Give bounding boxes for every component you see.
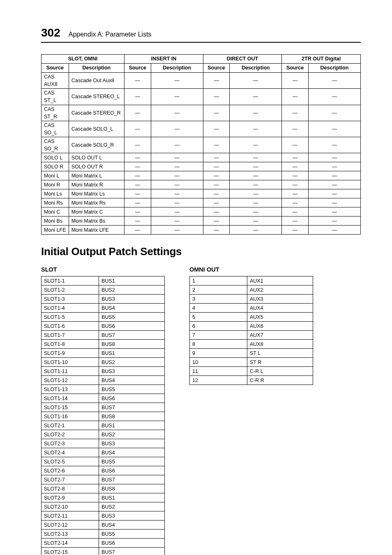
col-source: Source: [125, 64, 151, 73]
cell-value: BUS3: [99, 367, 165, 376]
cell-value: BUS7: [99, 475, 165, 484]
cell-value: BUS1: [99, 493, 165, 502]
cell-key: SLOT1-1: [42, 276, 99, 286]
cell-source: CAS AUX8: [42, 73, 69, 89]
cell-dash: —: [230, 198, 282, 207]
cell-source: SOLO R: [42, 162, 69, 171]
cell-description: Moni Matrix C: [69, 207, 124, 216]
cell-dash: —: [151, 189, 203, 198]
cell-key: 11: [190, 367, 247, 376]
cell-value: AUX5: [247, 313, 313, 322]
cell-value: BUS8: [99, 340, 165, 349]
cell-key: SLOT1-8: [42, 340, 99, 349]
cell-source: Moni Rs: [42, 198, 69, 207]
cell-value: AUX6: [247, 322, 313, 331]
cell-key: SLOT2-10: [42, 502, 99, 511]
cell-dash: —: [125, 226, 151, 235]
cell-dash: —: [282, 73, 309, 89]
cell-key: SLOT2-13: [42, 530, 99, 539]
table-row: 5AUX5: [190, 313, 313, 322]
cell-dash: —: [151, 153, 203, 162]
cell-description: Cascade STEREO_L: [69, 89, 124, 105]
cell-dash: —: [230, 207, 282, 216]
cell-value: BUS6: [99, 394, 165, 403]
cell-dash: —: [203, 89, 230, 105]
main-heading: Initial Output Patch Settings: [41, 245, 361, 258]
cell-dash: —: [230, 137, 282, 153]
cell-key: SLOT2-14: [42, 539, 99, 548]
table-row: 1AUX1: [190, 276, 313, 286]
cell-dash: —: [125, 216, 151, 226]
cell-value: BUS4: [99, 520, 165, 530]
cell-source: Moni L: [42, 171, 69, 180]
cell-value: BUS2: [99, 286, 165, 295]
cell-dash: —: [308, 137, 360, 153]
cell-dash: —: [282, 207, 309, 216]
cell-dash: —: [230, 153, 282, 162]
cell-dash: —: [308, 89, 360, 105]
table-row: SLOT1-3BUS3: [42, 295, 165, 304]
cell-dash: —: [308, 216, 360, 226]
cell-dash: —: [308, 73, 360, 89]
omni-heading: OMNI OUT: [189, 266, 313, 273]
cell-key: SLOT1-10: [42, 358, 99, 367]
cell-dash: —: [230, 216, 282, 226]
table-row: Moni LFEMoni Matrix LFE——————: [42, 226, 361, 235]
cell-value: BUS5: [99, 530, 165, 539]
cell-value: BUS7: [99, 403, 165, 412]
cell-key: SLOT2-1: [42, 421, 99, 430]
cell-description: Cascade SOLO_L: [69, 121, 124, 137]
cell-value: AUX7: [247, 331, 313, 340]
cell-dash: —: [308, 171, 360, 180]
cell-value: ST L: [247, 349, 313, 358]
two-column-layout: SLOT SLOT1-1BUS1SLOT1-2BUS2SLOT1-3BUS3SL…: [41, 264, 361, 555]
table-row: SLOT1-12BUS4: [42, 376, 165, 385]
cell-key: SLOT2-11: [42, 511, 99, 520]
cell-source: CAS SO_L: [42, 121, 69, 137]
cell-key: SLOT1-14: [42, 394, 99, 403]
cell-key: SLOT2-7: [42, 475, 99, 484]
cell-value: AUX8: [247, 340, 313, 349]
cell-key: SLOT1-5: [42, 313, 99, 322]
cell-key: 8: [190, 340, 247, 349]
cell-value: BUS5: [99, 313, 165, 322]
table-row: CAS AUX8Cascade Out Aux8——————: [42, 73, 361, 89]
cell-dash: —: [151, 105, 203, 121]
cell-dash: —: [282, 198, 309, 207]
cell-dash: —: [230, 89, 282, 105]
table-row: SLOT1-14BUS6: [42, 394, 165, 403]
table-row: SLOT1-15BUS7: [42, 403, 165, 412]
table-row: SLOT2-4BUS4: [42, 448, 165, 457]
cell-dash: —: [151, 207, 203, 216]
col-description: Description: [308, 64, 360, 73]
table-row: 9ST L: [190, 349, 313, 358]
table-row: 12C-R R: [190, 376, 313, 385]
table-row: SLOT1-10BUS2: [42, 358, 165, 367]
col-source: Source: [42, 64, 69, 73]
cell-dash: —: [151, 137, 203, 153]
table-group-header-row: SLOT, OMNI INSERT IN DIRECT OUT 2TR OUT …: [42, 55, 361, 64]
table-row: Moni RMoni Matrix R——————: [42, 180, 361, 189]
table-row: SLOT2-8BUS8: [42, 484, 165, 493]
cell-description: Moni Matrix LFE: [69, 226, 124, 235]
cell-value: BUS1: [99, 276, 165, 286]
cell-value: BUS6: [99, 322, 165, 331]
slot-heading: SLOT: [41, 266, 165, 273]
running-header: 302 Appendix A: Parameter Lists: [41, 26, 361, 43]
cell-key: SLOT2-15: [42, 548, 99, 555]
cell-key: 9: [190, 349, 247, 358]
cell-key: SLOT1-4: [42, 304, 99, 313]
col-source: Source: [282, 64, 309, 73]
table-row: SLOT2-3BUS3: [42, 439, 165, 448]
col-description: Description: [230, 64, 282, 73]
cell-key: SLOT2-4: [42, 448, 99, 457]
cell-value: BUS4: [99, 448, 165, 457]
table-row: SLOT2-9BUS1: [42, 493, 165, 502]
cell-key: 5: [190, 313, 247, 322]
cell-source: Moni Bs: [42, 216, 69, 226]
cell-dash: —: [203, 73, 230, 89]
table-row: Moni LMoni Matrix L——————: [42, 171, 361, 180]
col-group-direct-out: DIRECT OUT: [203, 55, 282, 64]
cell-source: SOLO L: [42, 153, 69, 162]
cell-value: AUX1: [247, 276, 313, 286]
